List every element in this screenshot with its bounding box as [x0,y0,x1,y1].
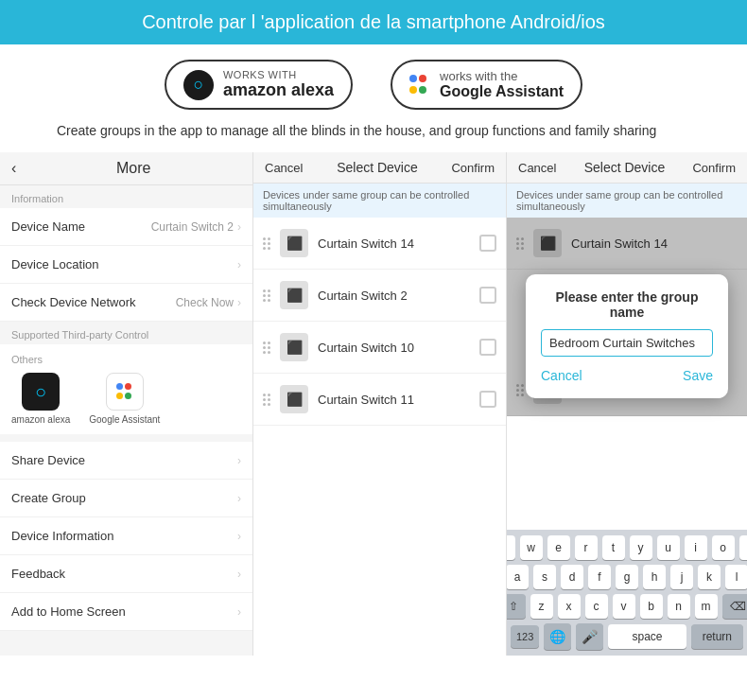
key-i[interactable]: i [685,535,707,560]
create-group-chevron: › [237,492,241,505]
key-x[interactable]: x [558,594,581,619]
key-n[interactable]: n [668,594,690,619]
device-checkbox-2[interactable] [479,339,496,356]
badges-row: ○ WORKS WITH amazon alexa works with the… [0,44,747,121]
group-name-input[interactable] [541,329,713,357]
right-cancel-btn[interactable]: Cancel [518,161,556,175]
device-checkbox-3[interactable] [479,391,496,408]
key-s[interactable]: s [533,565,556,589]
key-j[interactable]: j [670,565,693,589]
alexa-other-icon[interactable]: ○ amazon alexa [11,373,70,425]
middle-cancel-btn[interactable]: Cancel [265,161,303,175]
device-icon-0: ⬛ [280,229,308,257]
key-v[interactable]: v [613,594,635,619]
back-arrow-icon[interactable]: ‹ [11,160,16,177]
drag-handle-2 [263,341,270,354]
key-f[interactable]: f [588,565,611,589]
keyboard-row-2: a s d f g h j k l [511,565,743,589]
key-m[interactable]: m [695,594,718,619]
device-location-label: Device Location [11,257,99,271]
key-return[interactable]: return [691,624,743,649]
middle-device-3[interactable]: ⬛ Curtain Switch 11 [253,374,506,426]
google-icon [409,75,430,96]
key-q[interactable]: q [507,535,515,560]
middle-device-2[interactable]: ⬛ Curtain Switch 10 [253,322,506,374]
alexa-small-icon: ○ [22,373,60,411]
add-home-chevron: › [237,605,241,619]
alexa-badge: ○ WORKS WITH amazon alexa [165,60,353,110]
keyboard-row-3: ⇧ z x c v b n m ⌫ [511,594,743,619]
key-r[interactable]: r [575,535,598,560]
device-icon-3: ⬛ [280,385,308,413]
left-panel: ‹ More Information Device Name Curtain S… [0,152,253,656]
add-home-item[interactable]: Add to Home Screen › [0,593,252,631]
right-top-bar: Cancel Select Device Confirm [507,152,747,184]
key-p[interactable]: p [739,535,748,560]
left-panel-title: More [26,160,241,177]
key-t[interactable]: t [602,535,625,560]
key-d[interactable]: d [561,565,583,589]
key-h[interactable]: h [643,565,666,589]
middle-device-name-1: Curtain Switch 2 [318,289,470,303]
key-w[interactable]: w [520,535,543,560]
check-network-value: Check Now › [176,296,241,309]
device-checkbox-0[interactable] [479,235,496,252]
key-l[interactable]: l [725,565,747,589]
device-location-item[interactable]: Device Location › [0,246,252,284]
feedback-chevron: › [237,568,241,581]
device-info-item[interactable]: Device Information › [0,517,252,555]
middle-info-bar: Devices under same group can be controll… [253,184,506,218]
middle-device-name-0: Curtain Switch 14 [318,236,470,251]
device-name-value: Curtain Switch 2 › [151,220,241,234]
key-delete[interactable]: ⌫ [722,594,748,619]
key-numbers[interactable]: 123 [511,625,539,648]
key-e[interactable]: e [547,535,570,560]
right-panel: Cancel Select Device Confirm Devices und… [507,152,747,656]
page-header: Controle par l 'application de la smartp… [0,0,747,44]
middle-device-1[interactable]: ⬛ Curtain Switch 2 [253,270,506,322]
key-k[interactable]: k [698,565,721,589]
add-home-label: Add to Home Screen [11,604,126,619]
key-c[interactable]: c [585,594,608,619]
key-g[interactable]: g [616,565,638,589]
key-a[interactable]: a [507,565,529,589]
feedback-item[interactable]: Feedback › [0,555,252,593]
key-shift[interactable]: ⇧ [507,594,526,619]
google-other-icon[interactable]: Google Assistant [89,373,160,425]
middle-top-bar: Cancel Select Device Confirm [253,152,506,184]
key-globe[interactable]: 🌐 [544,623,571,650]
middle-device-name-2: Curtain Switch 10 [318,341,470,355]
third-party-label: Supported Third-party Control [0,322,252,344]
google-line2: Google Assistant [440,83,564,100]
dialog-buttons: Cancel Save [541,368,713,383]
device-name-item[interactable]: Device Name Curtain Switch 2 › [0,208,252,246]
create-group-label: Create Group [11,491,86,505]
share-device-item[interactable]: Share Device › [0,442,252,480]
dialog-save-btn[interactable]: Save [683,368,713,383]
key-z[interactable]: z [530,594,553,619]
key-space[interactable]: space [608,624,686,649]
middle-confirm-btn[interactable]: Confirm [451,161,495,175]
key-y[interactable]: y [630,535,652,560]
device-icon-1: ⬛ [280,281,308,309]
right-confirm-btn[interactable]: Confirm [692,161,736,175]
device-location-chevron: › [237,258,241,271]
device-checkbox-1[interactable] [479,287,496,304]
google-badge: works with the Google Assistant [391,60,582,110]
middle-device-0[interactable]: ⬛ Curtain Switch 14 [253,218,506,270]
right-drag-handle-0 [516,237,524,250]
check-network-label: Check Device Network [11,295,136,309]
right-device-name-0: Curtain Switch 14 [571,236,738,251]
drag-handle-3 [263,394,270,406]
create-group-item[interactable]: Create Group › [0,480,252,517]
dialog-cancel-btn[interactable]: Cancel [541,368,582,383]
key-mic[interactable]: 🎤 [576,623,603,650]
key-o[interactable]: o [712,535,735,560]
key-b[interactable]: b [640,594,663,619]
middle-device-name-3: Curtain Switch 11 [318,393,470,407]
alexa-text: WORKS WITH amazon alexa [223,69,334,100]
check-network-item[interactable]: Check Device Network Check Now › [0,284,252,322]
right-panel-title: Select Device [584,160,666,175]
header-title: Controle par l 'application de la smartp… [142,11,605,32]
key-u[interactable]: u [657,535,680,560]
